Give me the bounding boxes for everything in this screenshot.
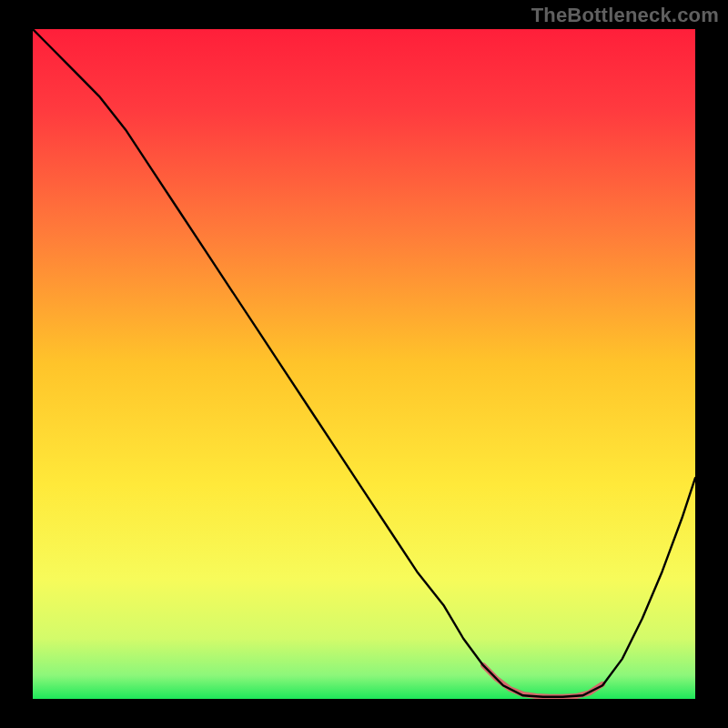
plot-area: [33, 29, 695, 699]
gradient-background: [33, 29, 695, 699]
chart-svg: [33, 29, 695, 699]
watermark-text: TheBottleneck.com: [531, 4, 719, 27]
chart-container: TheBottleneck.com: [0, 0, 728, 728]
